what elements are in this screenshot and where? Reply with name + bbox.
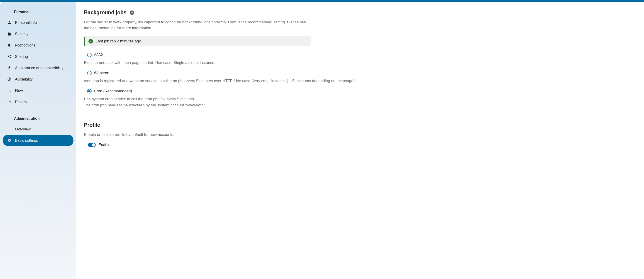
sidebar-item-privacy[interactable]: Privacy: [3, 96, 74, 108]
radio-webcron[interactable]: Webcron: [87, 71, 640, 75]
radio-ajax[interactable]: AJAX: [87, 52, 640, 57]
background-jobs-title: Background jobs: [84, 10, 126, 16]
webcron-desc: cron.php is registered at a webcron serv…: [84, 78, 640, 84]
main-content: Background jobs ? For the server to work…: [76, 2, 644, 279]
list-icon: [7, 126, 12, 132]
sidebar-item-label: Security: [15, 32, 28, 36]
profile-desc: Enable or disable profile by default for…: [84, 132, 311, 138]
check-icon: [88, 39, 93, 44]
sidebar: Personal Personal info Security Notifica…: [0, 2, 76, 279]
accessibility-icon: [7, 65, 12, 70]
lock-icon: [7, 31, 12, 36]
profile-enable-toggle[interactable]: Enable: [88, 143, 640, 147]
toggle-label: Enable: [98, 143, 110, 147]
radio-cron[interactable]: Cron (Recommended): [87, 89, 640, 94]
share-icon: [7, 54, 12, 59]
sidebar-item-basic-settings[interactable]: Basic settings: [3, 135, 74, 146]
sidebar-heading-personal: Personal: [3, 7, 74, 17]
sidebar-item-label: Privacy: [15, 100, 27, 104]
sidebar-item-security[interactable]: Security: [3, 28, 74, 40]
sidebar-heading-administration: Administration: [3, 114, 74, 124]
sidebar-item-label: Availability: [15, 77, 33, 82]
radio-icon: [87, 71, 92, 75]
section-divider: [76, 115, 644, 115]
profile-title: Profile: [84, 122, 640, 128]
radio-icon: [87, 52, 92, 57]
sidebar-item-availability[interactable]: Availability: [3, 74, 74, 85]
gear-icon: [7, 138, 12, 143]
last-job-status: Last job ran 2 minutes ago.: [84, 36, 311, 46]
help-icon[interactable]: ?: [130, 10, 134, 15]
sidebar-item-label: Notifications: [15, 43, 35, 48]
radio-icon: [87, 89, 92, 94]
sidebar-item-label: Flow: [15, 88, 23, 93]
clock-icon: [7, 77, 12, 82]
radio-label: Webcron: [94, 71, 109, 75]
bell-icon: [7, 43, 12, 48]
sidebar-item-notifications[interactable]: Notifications: [3, 40, 74, 51]
cron-desc: Use system cron service to call the cron…: [84, 96, 640, 108]
sidebar-item-label: Basic settings: [15, 138, 38, 143]
sidebar-item-overview[interactable]: Overview: [3, 124, 74, 135]
sidebar-item-flow[interactable]: Flow: [3, 85, 74, 96]
sidebar-item-label: Sharing: [15, 54, 28, 59]
toggle-switch-icon: [88, 143, 96, 147]
sidebar-item-personal-info[interactable]: Personal info: [3, 17, 74, 28]
sidebar-item-label: Personal info: [15, 20, 37, 25]
sidebar-item-sharing[interactable]: Sharing: [3, 51, 74, 62]
top-bar: [0, 0, 644, 2]
radio-label: Cron (Recommended): [94, 89, 132, 94]
ajax-desc: Execute one task with each page loaded. …: [84, 60, 640, 66]
flow-icon: [7, 88, 12, 93]
radio-label: AJAX: [94, 52, 104, 57]
sidebar-item-label: Overview: [15, 127, 30, 131]
background-jobs-desc: For the server to work properly, it's im…: [84, 19, 311, 31]
status-text: Last job ran 2 minutes ago.: [96, 39, 142, 44]
key-icon: [7, 99, 12, 104]
sidebar-item-label: Appearance and accessibility: [15, 66, 64, 70]
sidebar-item-appearance[interactable]: Appearance and accessibility: [3, 62, 74, 74]
user-icon: [7, 20, 12, 25]
